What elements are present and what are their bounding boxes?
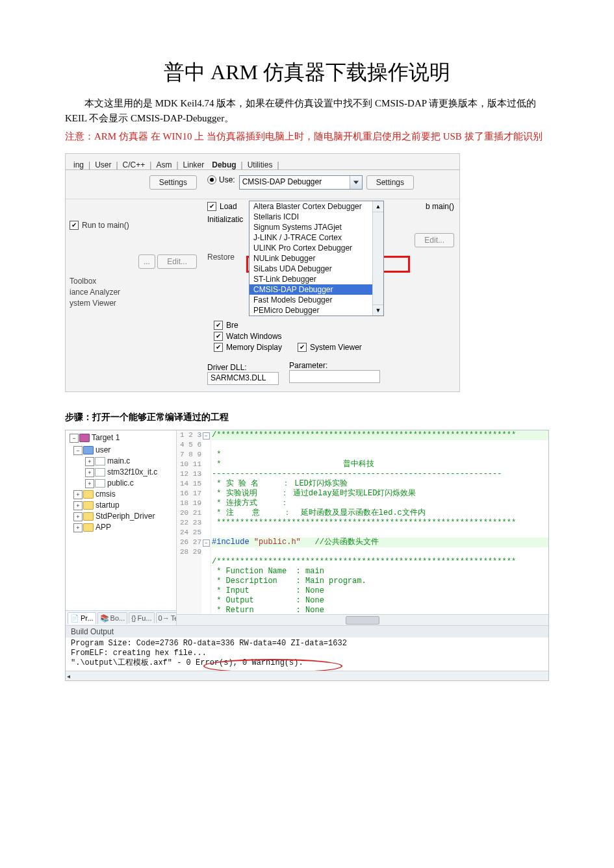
editor-horizontal-scrollbar[interactable] <box>177 614 548 625</box>
build-output-console[interactable]: Program Size: Code=2736 RO-data=336 RW-d… <box>66 638 548 671</box>
tree-node[interactable]: +cmsis <box>73 489 176 500</box>
settings-button-left[interactable]: Settings <box>149 175 197 190</box>
code-editor[interactable]: 1 2 3 4 5 6 7 8 9 10 11 12 13 14 15 16 1… <box>177 430 548 625</box>
run-to-main-checkbox[interactable]: ✔ Run to main() <box>70 221 129 230</box>
memory-display-checkbox[interactable]: ✔ Memory Display <box>214 343 282 352</box>
tab-asm[interactable]: Asm <box>152 160 175 169</box>
watch-checkbox[interactable]: ✔ Watch Windows <box>214 332 282 341</box>
folder-icon <box>83 512 94 521</box>
project-tree[interactable]: −Target 1 −user+main.c+stm32f10x_it.c+pu… <box>66 430 177 625</box>
system-viewer-checkbox[interactable]: ✔ System Viewer <box>298 343 362 352</box>
target-icon <box>79 434 90 442</box>
folder-icon <box>83 501 94 510</box>
tree-expand-icon[interactable]: + <box>85 468 94 477</box>
dropdown-item[interactable]: Signum Systems JTAGjet <box>249 222 383 232</box>
dropdown-item[interactable]: CMSIS-DAP Debugger <box>249 284 383 295</box>
fold-collapse-icon[interactable]: − <box>203 539 210 547</box>
tree-node[interactable]: +StdPeriph_Driver <box>73 511 176 522</box>
tab-cpp[interactable]: C/C++ <box>119 160 149 169</box>
fold-gutter[interactable]: −−−− <box>201 430 211 615</box>
checkbox-checked-icon: ✔ <box>298 343 307 352</box>
checkbox-checked-icon: ✔ <box>207 202 216 211</box>
tab-debug[interactable]: Debug <box>208 160 240 169</box>
tree-expand-icon[interactable]: + <box>73 501 83 510</box>
debugger-dropdown[interactable]: ▲ ▼ Altera Blaster Cortex DebuggerStella… <box>249 201 384 316</box>
tree-root[interactable]: Target 1 <box>92 433 120 442</box>
use-label: Use: <box>219 175 235 184</box>
tree-collapse-icon[interactable]: − <box>70 434 79 443</box>
settings-button-right[interactable]: Settings <box>366 175 414 190</box>
dropdown-item[interactable]: ULINK Pro Cortex Debugger <box>249 243 383 253</box>
dropdown-item[interactable]: PEMicro Debugger <box>249 305 383 316</box>
tab-linker[interactable]: Linker <box>179 160 209 169</box>
project-panel-tab[interactable]: 📄Pr... <box>68 612 96 624</box>
tree-node[interactable]: +main.c <box>73 456 176 467</box>
dropdown-item[interactable]: SiLabs UDA Debugger <box>249 264 383 274</box>
driver-dll-input[interactable]: SARMCM3.DLL <box>207 372 279 385</box>
edit-button-right[interactable]: Edit... <box>415 233 454 247</box>
file-browse-button[interactable]: ... <box>138 254 155 269</box>
tree-node[interactable]: +startup <box>73 500 176 511</box>
build-output-title: Build Output <box>66 625 548 638</box>
scroll-thumb[interactable] <box>346 616 379 625</box>
system-viewer-label-left: ystem Viewer <box>70 299 197 308</box>
chevron-down-icon[interactable] <box>350 176 362 189</box>
tree-expand-icon[interactable]: + <box>73 512 83 521</box>
tree-label: StdPeriph_Driver <box>96 512 155 521</box>
tree-expand-icon[interactable]: + <box>73 523 83 532</box>
tab-listing[interactable]: ing <box>70 160 88 169</box>
doc-title: 普中 ARM 仿真器下载操作说明 <box>65 58 549 87</box>
doc-note: 注意：ARM 仿真器 在 WIN10 上 当仿真器插到电脑上时，随电脑开机重启使… <box>65 129 549 144</box>
load-checkbox[interactable]: ✔ Load <box>207 202 237 211</box>
dropdown-scrollbar[interactable]: ▲ ▼ <box>372 201 383 316</box>
code-area[interactable]: /***************************************… <box>212 430 548 615</box>
dropdown-item[interactable]: ST-Link Debugger <box>249 274 383 284</box>
driver-dll-label: Driver DLL: <box>207 363 279 372</box>
tree-node[interactable]: +stm32f10x_it.c <box>73 467 176 478</box>
scroll-down-icon[interactable]: ▼ <box>373 304 383 316</box>
tree-label: main.c <box>107 456 130 465</box>
checkbox-checked-icon: ✔ <box>214 321 223 330</box>
tree-node[interactable]: +APP <box>73 522 176 533</box>
dropdown-item[interactable]: NULink Debugger <box>249 253 383 264</box>
debugger-combo[interactable]: CMSIS-DAP Debugger <box>239 175 363 190</box>
tree-expand-icon[interactable]: + <box>85 479 94 488</box>
breakpoints-checkbox[interactable]: ✔ Bre <box>214 321 238 330</box>
checkbox-checked-icon: ✔ <box>214 332 223 341</box>
tab-utilities[interactable]: Utilities <box>244 160 277 169</box>
scroll-up-icon[interactable]: ▲ <box>373 201 383 212</box>
tree-collapse-icon[interactable]: − <box>73 446 83 455</box>
file-icon <box>95 479 105 488</box>
bottom-scrollbar[interactable]: ◂ <box>66 671 548 680</box>
options-tabs: ing| User| C/C++| Asm| Linker Debug| Uti… <box>66 154 459 170</box>
tree-expand-icon[interactable]: + <box>85 457 94 466</box>
dropdown-item[interactable]: Altera Blaster Cortex Debugger <box>249 201 383 212</box>
project-panel-tab[interactable]: 📚Bo... <box>97 612 128 624</box>
scroll-left-icon[interactable]: ◂ <box>67 673 70 680</box>
step-text: 步骤：打开一个能够正常编译通过的工程 <box>65 412 549 423</box>
project-panel-tab[interactable]: {}Fu... <box>129 612 154 623</box>
parameter-input[interactable] <box>289 370 380 383</box>
file-icon <box>95 457 105 465</box>
dropdown-item[interactable]: J-LINK / J-TRACE Cortex <box>249 232 383 243</box>
radio-selected-icon <box>207 175 216 184</box>
tree-node[interactable]: +public.c <box>73 478 176 489</box>
analyzer-label: iance Analyzer <box>70 288 197 297</box>
dropdown-item[interactable]: Fast Models Debugger <box>249 295 383 305</box>
load-label: Load <box>220 202 237 211</box>
use-radio[interactable]: Use: <box>207 175 235 184</box>
edit-button-left[interactable]: Edit... <box>157 254 197 269</box>
tab-user[interactable]: User <box>91 160 115 169</box>
folder-icon <box>83 523 94 532</box>
tree-node[interactable]: −user <box>73 445 176 456</box>
console-line: FromELF: creating hex file... <box>71 649 543 658</box>
tree-label: public.c <box>107 478 134 488</box>
tree-label: user <box>96 445 110 454</box>
project-panel-tab[interactable]: 0→Te... <box>156 612 177 623</box>
line-gutter: 1 2 3 4 5 6 7 8 9 10 11 12 13 14 15 16 1… <box>177 430 205 615</box>
tree-expand-icon[interactable]: + <box>73 490 83 499</box>
b-main-label: b main() <box>426 202 454 211</box>
dropdown-item[interactable]: Stellaris ICDI <box>249 212 383 222</box>
project-panel-tabs[interactable]: 📄Pr...📚Bo...{}Fu...0→Te... <box>66 610 176 625</box>
fold-collapse-icon[interactable]: − <box>203 432 210 440</box>
